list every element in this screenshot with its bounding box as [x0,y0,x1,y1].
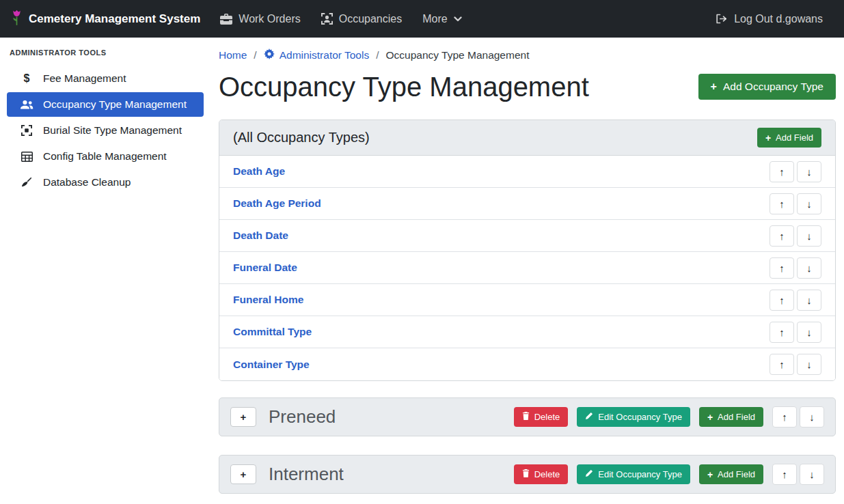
field-row: Container Type ↑ ↓ [219,348,835,380]
chevron-down-icon [454,16,462,22]
move-up-button[interactable]: ↑ [770,225,794,247]
move-up-button[interactable]: ↑ [770,161,794,182]
plus-icon: + [241,411,247,423]
nav-item-more[interactable]: More [412,8,472,31]
add-field-interment-button[interactable]: + Add Field [699,464,763,484]
move-down-button[interactable]: ↓ [800,464,824,485]
field-link[interactable]: Death Date [233,229,288,242]
main-content: Home / Administrator Tools / Occupancy T… [210,38,844,504]
logout-label: Log Out d.gowans [734,13,823,25]
frame-icon [19,125,34,136]
expand-preneed-button[interactable]: + [230,407,256,427]
expand-interment-button[interactable]: + [230,464,256,484]
arrow-up-icon: ↑ [779,359,785,370]
page-title: Occupancy Type Management [219,70,589,103]
plus-icon: + [241,468,247,480]
pencil-icon [585,412,593,422]
app-brand[interactable]: Cemetery Management System [11,9,200,29]
app-title: Cemetery Management System [29,12,200,26]
delete-label: Delete [534,412,560,422]
sidebar-heading: ADMINISTRATOR TOOLS [0,42,210,65]
add-occupancy-type-label: Add Occupancy Type [723,81,823,93]
move-up-button[interactable]: ↑ [772,464,797,485]
edit-interment-button[interactable]: Edit Occupancy Type [577,464,690,484]
arrow-down-icon: ↓ [806,359,812,370]
field-link[interactable]: Funeral Date [233,262,297,274]
sidebar-item-fee-management[interactable]: $ Fee Management [7,66,204,91]
field-link[interactable]: Committal Type [233,326,312,338]
add-field-preneed-button[interactable]: + Add Field [699,407,763,427]
field-row: Committal Type ↑ ↓ [219,316,835,348]
sidebar-item-occupancy-type-management[interactable]: Occupancy Type Management [7,92,204,117]
edit-label: Edit Occupancy Type [598,469,682,479]
arrow-down-icon: ↓ [806,294,812,306]
person-frame-icon [321,13,333,25]
delete-preneed-button[interactable]: Delete [514,407,569,427]
nav-item-occupancies[interactable]: Occupancies [311,8,413,31]
users-icon [19,100,34,109]
arrow-down-icon: ↓ [809,468,815,480]
all-occupancy-types-title: (All Occupancy Types) [233,130,370,145]
field-link[interactable]: Death Age [233,165,285,178]
move-up-button[interactable]: ↑ [770,322,794,343]
arrow-up-icon: ↑ [782,411,787,423]
move-down-button[interactable]: ↓ [797,354,821,375]
sidebar-item-config-table-management[interactable]: Config Table Management [7,144,204,169]
add-field-button[interactable]: + Add Field [757,128,821,148]
breadcrumb-home-link[interactable]: Home [219,49,247,61]
arrow-down-icon: ↓ [809,411,815,423]
page-header: Occupancy Type Management + Add Occupanc… [219,70,836,103]
arrow-up-icon: ↑ [779,166,785,178]
move-down-button[interactable]: ↓ [797,257,821,279]
type-card-preneed: + Preneed Delete [219,397,836,436]
nav-item-label: Work Orders [239,13,300,25]
delete-interment-button[interactable]: Delete [514,464,569,484]
field-link[interactable]: Death Age Period [233,197,321,210]
sidebar-item-label: Occupancy Type Management [43,98,187,111]
breadcrumb-current: Occupancy Type Management [386,49,530,61]
move-down-button[interactable]: ↓ [797,225,821,247]
all-occupancy-types-header: (All Occupancy Types) + Add Field [219,120,835,156]
field-link[interactable]: Container Type [233,359,310,371]
type-card-interment: + Interment Delete [219,455,836,494]
trash-icon [522,412,530,422]
edit-preneed-button[interactable]: Edit Occupancy Type [577,407,690,427]
arrow-down-icon: ↓ [806,326,812,338]
logout-icon [716,14,728,24]
arrow-up-icon: ↑ [779,262,785,274]
arrow-up-icon: ↑ [779,198,785,210]
move-down-button[interactable]: ↓ [797,322,821,343]
type-card-title: Preneed [269,406,514,428]
breadcrumb: Home / Administrator Tools / Occupancy T… [219,46,836,68]
move-up-button[interactable]: ↑ [770,354,794,375]
move-down-button[interactable]: ↓ [800,406,824,428]
move-down-button[interactable]: ↓ [797,161,821,182]
sidebar-item-label: Burial Site Type Management [43,124,182,137]
move-up-button[interactable]: ↑ [770,193,794,214]
move-up-button[interactable]: ↑ [770,257,794,279]
sidebar-item-label: Config Table Management [43,150,167,163]
logout-button[interactable]: Log Out d.gowans [705,8,833,31]
move-down-button[interactable]: ↓ [797,290,821,311]
nav-item-work-orders[interactable]: Work Orders [210,8,310,31]
table-icon [19,152,34,162]
sidebar-item-database-cleanup[interactable]: Database Cleanup [7,170,204,195]
arrow-up-icon: ↑ [779,326,785,338]
top-navbar: Cemetery Management System Work Orders O… [0,0,844,38]
type-card-title: Interment [269,464,514,485]
field-row: Funeral Date ↑ ↓ [219,252,835,284]
field-link[interactable]: Funeral Home [233,294,303,306]
nav-item-label: Occupancies [339,13,403,25]
delete-label: Delete [534,469,560,479]
sidebar-item-burial-site-type-management[interactable]: Burial Site Type Management [7,118,204,143]
move-up-button[interactable]: ↑ [770,290,794,311]
move-down-button[interactable]: ↓ [797,193,821,214]
pencil-icon [585,469,593,479]
move-up-button[interactable]: ↑ [772,406,797,428]
tulip-logo-icon [11,9,23,29]
field-row: Death Age ↑ ↓ [219,156,835,188]
edit-label: Edit Occupancy Type [598,412,682,422]
breadcrumb-admin-tools-link[interactable]: Administrator Tools [264,48,370,62]
plus-icon: + [765,133,771,143]
add-occupancy-type-button[interactable]: + Add Occupancy Type [698,74,836,100]
